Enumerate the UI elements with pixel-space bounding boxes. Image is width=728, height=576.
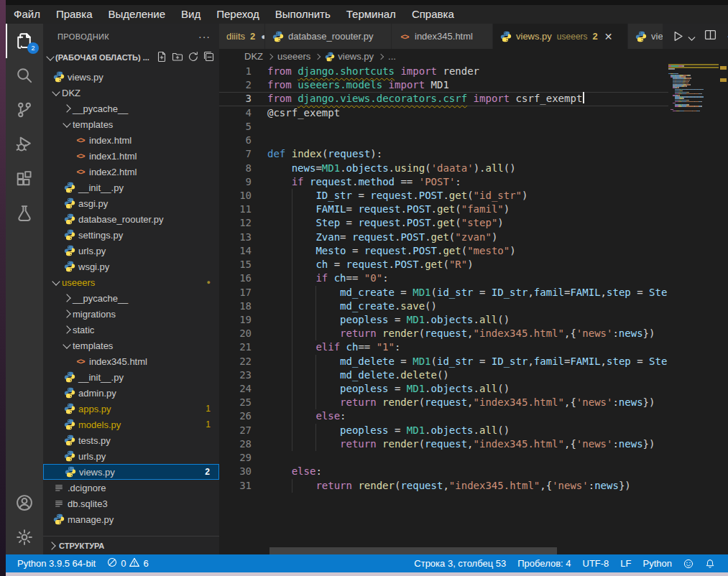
tree-file--init-py[interactable]: __init__.py — [43, 369, 219, 385]
status-problems[interactable]: 06 — [101, 557, 154, 570]
code-line-26[interactable]: 26else: — [219, 409, 668, 423]
horizontal-scrollbar[interactable] — [269, 547, 557, 554]
code-line-4[interactable]: 4@csrf_exempt — [219, 106, 668, 120]
tree-file-asgi-py[interactable]: asgi.py — [43, 195, 219, 211]
code-line-6[interactable]: 6 — [219, 134, 668, 147]
minimap[interactable] — [668, 64, 719, 112]
code-line-23[interactable]: 23md_delete.delete() — [219, 368, 668, 382]
code-line-11[interactable]: 11FAMIL= request.POST.get("famil") — [219, 203, 668, 216]
tree-file--init-py[interactable]: __init__.py — [43, 180, 219, 195]
tree-file-settings-py[interactable]: settings.py — [43, 227, 219, 243]
code-line-3[interactable]: 3from django.views.decorators.csrf impor… — [219, 92, 668, 106]
tree-file--dcignore[interactable]: .dcignore — [43, 480, 219, 496]
feedback-smiley-icon[interactable] — [678, 559, 699, 569]
tab-views-py[interactable]: views.pyuseeers2✕ — [493, 24, 628, 49]
breadcrumb-item--[interactable]: ... — [388, 51, 396, 62]
tree-file-models-py[interactable]: models.py1 — [43, 417, 219, 432]
code-line-10[interactable]: 10ID_str = request.POST.get("id_str") — [219, 189, 668, 203]
code-line-7[interactable]: 7def index(request): — [219, 147, 668, 161]
tree-file-admin-py[interactable]: admin.py — [43, 385, 219, 401]
code-line-1[interactable]: 1from django.shortcuts import render — [219, 65, 668, 78]
menu-item-3[interactable]: Выделение — [101, 5, 173, 24]
status-language-mode[interactable]: Python — [637, 558, 678, 569]
tree-file-index2-html[interactable]: <>index2.html — [43, 164, 219, 180]
tree-file-database-roouter-py[interactable]: database_roouter.py — [43, 211, 219, 227]
code-line-27[interactable]: 27peopless = MD1.objects.all() — [219, 424, 668, 437]
tree-file-views-py[interactable]: views.py2 — [43, 464, 219, 480]
tree-file-index-html[interactable]: <>index.html — [43, 132, 219, 148]
refresh-icon[interactable] — [188, 51, 199, 64]
activity-extensions-icon[interactable] — [6, 162, 43, 196]
tree-file-wsgi-py[interactable]: wsgi.py — [43, 259, 219, 274]
code-line-13[interactable]: 13Zvan= request.POST.get("zvan") — [219, 231, 668, 244]
tab-close-icon[interactable]: ✕ — [604, 31, 613, 42]
tree-folder--pycache-[interactable]: __pycache__ — [43, 101, 219, 116]
code-editor[interactable]: 1from django.shortcuts import render2fro… — [219, 64, 728, 554]
menu-item-1[interactable]: Файл — [6, 5, 48, 24]
code-line-2[interactable]: 2from useeers.models import MD1 — [219, 78, 668, 92]
new-folder-icon[interactable] — [172, 51, 183, 64]
tab-database-roouter-py[interactable]: database_roouter.py — [265, 24, 392, 49]
tree-folder--pycache-[interactable]: __pycache__ — [43, 290, 219, 306]
status-python-version[interactable]: Python 3.9.5 64-bit — [11, 558, 101, 569]
activity-run-debug-icon[interactable] — [6, 127, 43, 162]
tree-folder-static[interactable]: static — [43, 322, 219, 338]
tree-file-manage-py[interactable]: manage.py — [43, 511, 219, 527]
breadcrumb-item-views-py[interactable]: views.py — [325, 51, 374, 62]
notifications-bell-icon[interactable] — [699, 559, 721, 569]
code-line-21[interactable]: 21elif ch== "1": — [219, 340, 668, 354]
menu-item-6[interactable]: Выполнить — [267, 5, 338, 24]
code-line-15[interactable]: 15ch = request.POST.get("R") — [219, 258, 668, 271]
menu-item-4[interactable]: Вид — [173, 5, 208, 24]
tab-vie[interactable]: vie — [628, 24, 663, 49]
tree-folder-templates[interactable]: templates — [43, 338, 219, 353]
code-line-24[interactable]: 24peopless = MD1.objects.all() — [219, 382, 668, 396]
tree-file-views-py[interactable]: views.py — [43, 69, 219, 85]
tree-file-urls-py[interactable]: urls.py — [43, 243, 219, 259]
code-line-28[interactable]: 28return render(request,"index345.html",… — [219, 437, 668, 451]
tree-file-apps-py[interactable]: apps.py1 — [43, 401, 219, 417]
tab-index345-html[interactable]: <>index345.html — [392, 24, 493, 49]
tree-file-tests-py[interactable]: tests.py — [43, 432, 219, 448]
activity-search-icon[interactable] — [6, 58, 43, 93]
code-line-16[interactable]: 16if ch== "0": — [219, 271, 668, 285]
code-line-12[interactable]: 12Step = request.POST.get("step") — [219, 216, 668, 230]
status-encoding[interactable]: UTF-8 — [577, 558, 615, 569]
code-line-25[interactable]: 25return render(request,"index345.html",… — [219, 396, 668, 409]
status-eol[interactable]: LF — [614, 558, 637, 569]
tree-file-urls-py[interactable]: urls.py — [43, 448, 219, 464]
tree-folder-useeers[interactable]: useeers● — [43, 274, 219, 290]
activity-account-icon[interactable] — [6, 486, 43, 520]
tree-folder-dkz[interactable]: DKZ — [43, 85, 219, 101]
code-line-14[interactable]: 14Mesto = request.POST.get("mesto") — [219, 244, 668, 258]
outline-section-header[interactable]: СТРУКТУРА — [43, 536, 219, 554]
code-line-5[interactable]: 5 — [219, 120, 668, 134]
status-cursor-position[interactable]: Строка 3, столбец 53 — [408, 558, 512, 569]
menu-item-8[interactable]: Справка — [404, 5, 462, 24]
status-indentation[interactable]: Пробелов: 4 — [512, 558, 576, 569]
breadcrumb-item-dkz[interactable]: DKZ — [244, 51, 263, 62]
activity-explorer-icon[interactable]: 2 — [6, 24, 43, 58]
tree-file-db-sqlite3[interactable]: db.sqlite3 — [43, 496, 219, 511]
tree-folder-templates[interactable]: templates — [43, 116, 219, 132]
workspace-section-header[interactable]: (РАБОЧАЯ ОБЛАСТЬ) ... — [43, 49, 219, 66]
code-line-9[interactable]: 9if request.method == 'POST': — [219, 175, 668, 189]
menu-item-5[interactable]: Переход — [208, 5, 267, 24]
activity-source-control-icon[interactable] — [6, 93, 43, 127]
code-line-22[interactable]: 22md_delete = MD1(id_str = ID_str,famil=… — [219, 355, 668, 368]
activity-settings-icon[interactable] — [6, 520, 43, 554]
collapse-all-icon[interactable] — [203, 51, 215, 64]
code-line-17[interactable]: 17md_create = MD1(id_str = ID_str,famil=… — [219, 286, 668, 299]
new-file-icon[interactable] — [156, 51, 167, 64]
tree-folder-migrations[interactable]: migrations — [43, 306, 219, 322]
sidebar-more-actions-icon[interactable]: ··· — [198, 31, 211, 42]
activity-testing-icon[interactable] — [6, 196, 43, 231]
tab-diiits[interactable]: diiits2● — [219, 24, 265, 49]
breadcrumb-item-useeers[interactable]: useeers — [277, 51, 310, 62]
code-line-29[interactable]: 29 — [219, 451, 668, 465]
code-line-20[interactable]: 20return render(request,"index345.html",… — [219, 327, 668, 340]
code-line-8[interactable]: 8news=MD1.objects.using('daata').all() — [219, 162, 668, 175]
code-line-30[interactable]: 30else: — [219, 465, 668, 478]
tree-file-index1-html[interactable]: <>index1.html — [43, 148, 219, 164]
tree-file-index345-html[interactable]: <>index345.html — [43, 353, 219, 369]
